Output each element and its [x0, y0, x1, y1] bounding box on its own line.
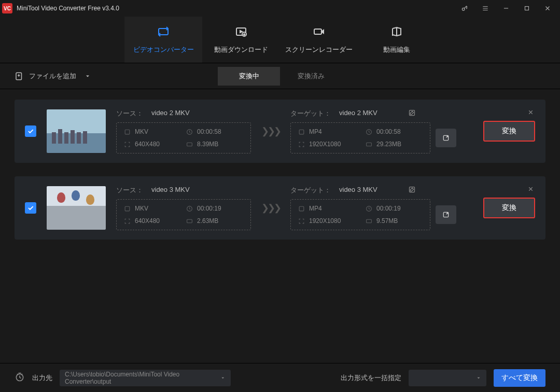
clock-icon	[366, 129, 372, 135]
recorder-icon	[312, 25, 326, 38]
schedule-icon[interactable]	[15, 372, 25, 384]
source-name: video 3 MKV	[151, 186, 190, 195]
conversion-item: ソース：video 3 MKV MKV 00:00:19 640X480 2.6…	[15, 176, 545, 240]
arrow-icon: ❯❯❯	[261, 125, 280, 137]
target-info: ターゲット：video 3 MKV MP4 00:00:19 1920X1080…	[290, 186, 456, 230]
add-file-button[interactable]: ファイルを追加	[15, 72, 91, 81]
svg-point-0	[462, 8, 465, 10]
add-file-label: ファイルを追加	[29, 72, 76, 81]
chevron-down-icon	[85, 73, 91, 79]
svg-rect-18	[299, 206, 304, 211]
target-details: MP4 00:00:58 1920X1080 29.23MB	[290, 122, 430, 153]
format-icon	[124, 205, 131, 212]
source-details: MKV 00:00:19 640X480 2.63MB	[116, 199, 251, 230]
output-path-select[interactable]: C:\Users\tobio\Documents\MiniTool Video …	[60, 370, 231, 386]
toolbar: ファイルを追加 変換中 変換済み	[0, 63, 560, 89]
window-controls	[454, 1, 558, 16]
download-icon	[234, 25, 248, 38]
target-label: ターゲット：	[290, 109, 331, 118]
output-path-text: C:\Users\tobio\Documents\MiniTool Video …	[65, 371, 220, 385]
remove-item-button[interactable]	[527, 109, 534, 117]
bottom-bar: 出力先 C:\Users\tobio\Documents\MiniTool Vi…	[0, 363, 560, 392]
titlebar: VC MiniTool Video Converter Free v3.4.0	[0, 0, 560, 17]
svg-rect-20	[367, 219, 372, 223]
status-tabs: 変換中 変換済み	[218, 67, 342, 86]
tab-label: 動画編集	[383, 45, 410, 54]
convert-button[interactable]: 変換	[483, 198, 535, 218]
tab-converted[interactable]: 変換済み	[280, 67, 342, 86]
source-info: ソース：video 2 MKV MKV 00:00:58 640X480 8.3…	[116, 109, 251, 153]
chevron-down-icon	[476, 375, 481, 381]
target-info: ターゲット：video 2 MKV MP4 00:00:58 1920X1080…	[290, 109, 456, 153]
resolution-icon	[124, 218, 131, 225]
clock-icon	[366, 205, 372, 212]
svg-rect-9	[187, 143, 192, 146]
tab-video-converter[interactable]: ビデオコンバーター	[124, 17, 202, 63]
format-icon	[298, 129, 305, 135]
tab-label: スクリーンレコーダー	[285, 45, 353, 54]
add-file-icon	[15, 72, 24, 81]
source-name: video 2 MKV	[151, 109, 190, 118]
app-logo-icon: VC	[2, 3, 12, 13]
size-icon	[186, 218, 193, 225]
menu-icon[interactable]	[475, 1, 496, 16]
clock-icon	[186, 129, 193, 135]
item-checkbox[interactable]	[25, 202, 36, 214]
convert-icon	[156, 25, 171, 38]
svg-rect-10	[299, 130, 304, 134]
format-icon	[124, 129, 131, 135]
target-label: ターゲット：	[290, 186, 331, 195]
resolution-icon	[298, 141, 305, 148]
tab-screen-recorder[interactable]: スクリーンレコーダー	[280, 17, 358, 63]
arrow-icon: ❯❯❯	[261, 202, 280, 214]
batch-format-label: 出力形式を一括指定	[341, 373, 401, 383]
clock-icon	[186, 205, 193, 212]
target-name: video 3 MKV	[339, 186, 377, 195]
output-label: 出力先	[32, 373, 52, 383]
remove-item-button[interactable]	[527, 186, 534, 194]
minimize-button[interactable]	[496, 1, 516, 16]
video-thumbnail	[47, 186, 106, 230]
resolution-icon	[298, 218, 305, 225]
source-label: ソース：	[116, 186, 143, 195]
resolution-icon	[124, 141, 131, 148]
edit-icon	[389, 25, 404, 38]
target-details: MP4 00:00:19 1920X1080 9.57MB	[290, 199, 430, 230]
tab-converting[interactable]: 変換中	[218, 67, 280, 86]
source-details: MKV 00:00:58 640X480 8.39MB	[116, 122, 251, 153]
edit-item-button[interactable]	[408, 186, 416, 195]
chevron-down-icon	[220, 375, 226, 381]
svg-rect-1	[525, 7, 529, 10]
conversion-item: ソース：video 2 MKV MKV 00:00:58 640X480 8.3…	[15, 100, 545, 163]
close-button[interactable]	[537, 1, 558, 16]
size-icon	[366, 141, 372, 148]
format-icon	[298, 205, 305, 212]
maximize-button[interactable]	[516, 1, 537, 16]
size-icon	[366, 218, 372, 225]
edit-item-button[interactable]	[408, 109, 416, 118]
app-title: MiniTool Video Converter Free v3.4.0	[17, 5, 454, 12]
target-settings-button[interactable]	[436, 205, 456, 224]
target-name: video 2 MKV	[339, 109, 377, 118]
convert-button[interactable]: 変換	[483, 121, 535, 142]
svg-rect-7	[125, 130, 130, 134]
svg-rect-15	[125, 206, 130, 211]
source-info: ソース：video 3 MKV MKV 00:00:19 640X480 2.6…	[116, 186, 251, 230]
item-checkbox[interactable]	[25, 125, 36, 137]
target-settings-button[interactable]	[436, 129, 456, 147]
svg-rect-17	[187, 219, 192, 223]
key-icon[interactable]	[454, 1, 475, 16]
tab-label: 動画ダウンロード	[214, 45, 268, 54]
main-nav: ビデオコンバーター 動画ダウンロード スクリーンレコーダー 動画編集	[0, 17, 560, 63]
size-icon	[186, 141, 193, 148]
source-label: ソース：	[116, 109, 143, 118]
svg-rect-12	[367, 143, 372, 146]
tab-video-download[interactable]: 動画ダウンロード	[202, 17, 280, 63]
tab-video-edit[interactable]: 動画編集	[358, 17, 436, 63]
video-thumbnail	[47, 109, 106, 153]
batch-format-select[interactable]	[409, 370, 486, 386]
tab-label: ビデオコンバーター	[133, 45, 194, 54]
conversion-list: ソース：video 2 MKV MKV 00:00:58 640X480 8.3…	[0, 89, 560, 363]
svg-rect-5	[314, 29, 321, 34]
convert-all-button[interactable]: すべて変換	[494, 369, 545, 387]
